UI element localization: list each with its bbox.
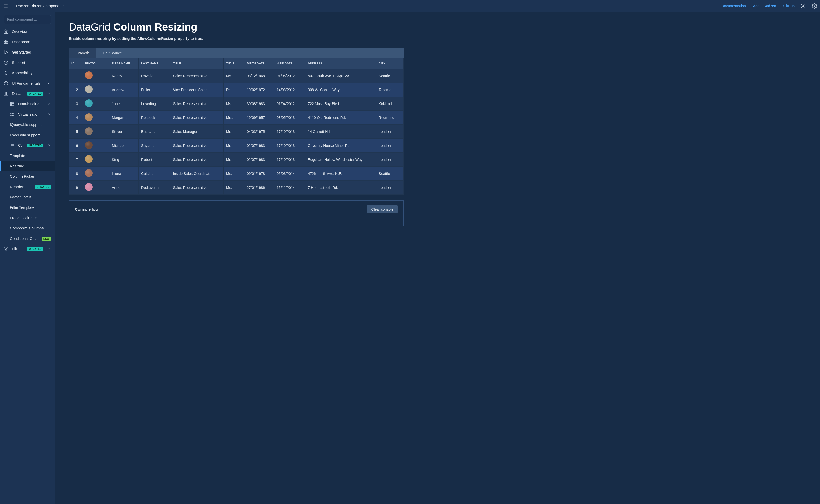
column-header[interactable]: TITLE … — [224, 58, 244, 69]
cell-birth-date: 30/08/1983 — [244, 97, 274, 111]
sidebar: OverviewDashboardGet StartedSupportAcces… — [0, 12, 55, 504]
column-header[interactable]: ID — [69, 58, 82, 69]
table-row[interactable]: 1NancyDavolioSales RepresentativeMs.08/1… — [69, 69, 404, 83]
cell-address: 507 - 20th Ave. E. Apt. 2A — [305, 69, 376, 83]
sidebar-item-resizing[interactable]: Resizing — [0, 161, 55, 171]
sidebar-item-label: Template — [10, 154, 51, 158]
column-header[interactable]: TITLE — [170, 58, 223, 69]
table-row[interactable]: 8LauraCallahanInside Sales CoordinatorMs… — [69, 167, 404, 181]
cell-photo — [82, 97, 109, 111]
sidebar-nav[interactable]: OverviewDashboardGet StartedSupportAcces… — [0, 26, 55, 504]
settings-button[interactable] — [809, 0, 820, 12]
svg-rect-14 — [6, 40, 8, 41]
console-divider — [75, 217, 398, 217]
link-github[interactable]: GitHub — [783, 4, 795, 8]
cell-photo — [82, 69, 109, 83]
cell-title: Sales Representative — [170, 69, 223, 83]
cell-id: 8 — [69, 167, 82, 181]
badge-updated: UPDATED — [35, 185, 51, 189]
sidebar-item-filter-template[interactable]: Filter Template — [0, 202, 55, 213]
sidebar-item-columns[interactable]: ColumnsUPDATED — [0, 140, 55, 151]
cell-title: Vice President, Sales — [170, 83, 223, 97]
search-input[interactable] — [4, 15, 51, 24]
sidebar-item-composite-columns[interactable]: Composite Columns — [0, 223, 55, 233]
cell-city: London — [376, 181, 403, 195]
sidebar-item-iqueryable-support[interactable]: IQueryable support — [0, 120, 55, 130]
cell-title-courtesy: Ms. — [224, 69, 244, 83]
page-subtitle: Enable column resizing by setting the Al… — [69, 36, 404, 41]
table-row[interactable]: 6MichaelSuyamaSales RepresentativeMr.02/… — [69, 139, 404, 153]
tab-example[interactable]: Example — [69, 48, 96, 58]
table-row[interactable]: 4MargaretPeacockSales RepresentativeMrs.… — [69, 111, 404, 125]
sidebar-item-frozen-columns[interactable]: Frozen Columns — [0, 213, 55, 223]
sidebar-item-ui-fundamentals[interactable]: UI Fundamentals — [0, 78, 55, 88]
cell-title: Inside Sales Coordinator — [170, 167, 223, 181]
sidebar-item-dashboard[interactable]: Dashboard — [0, 37, 55, 47]
column-header[interactable]: PHOTO — [82, 58, 109, 69]
chevron-up-icon — [47, 92, 51, 96]
link-about[interactable]: About Radzen — [753, 4, 776, 8]
column-header[interactable]: FIRST NAME — [109, 58, 138, 69]
sidebar-item-data-binding[interactable]: Data-binding — [0, 99, 55, 109]
sidebar-item-datagrid[interactable]: DataGridUPDATED — [0, 88, 55, 99]
cell-city: London — [376, 153, 403, 167]
cell-id: 9 — [69, 181, 82, 195]
sidebar-item-loaddata-support[interactable]: LoadData support — [0, 130, 55, 140]
sidebar-item-accessibility[interactable]: Accessibility — [0, 68, 55, 78]
sidebar-item-overview[interactable]: Overview — [0, 26, 55, 37]
cell-birth-date: 02/07/1983 — [244, 153, 274, 167]
sidebar-item-label: Accessibility — [12, 71, 51, 75]
sidebar-item-template[interactable]: Template — [0, 151, 55, 161]
avatar — [85, 99, 93, 107]
cell-photo — [82, 181, 109, 195]
table-row[interactable]: 9AnneDodsworthSales RepresentativeMs.27/… — [69, 181, 404, 195]
tab-edit-source[interactable]: Edit Source — [96, 48, 128, 58]
cell-title: Sales Representative — [170, 153, 223, 167]
sidebar-item-column-picker[interactable]: Column Picker — [0, 171, 55, 182]
svg-point-20 — [6, 71, 6, 72]
svg-rect-30 — [10, 102, 14, 106]
column-header[interactable]: ADDRESS — [305, 58, 376, 69]
column-header[interactable]: BIRTH DATE — [244, 58, 274, 69]
badge-updated: UPDATED — [27, 144, 43, 147]
table-row[interactable]: 3JanetLeverlingSales RepresentativeMs.30… — [69, 97, 404, 111]
datagrid: IDPHOTOFIRST NAMELAST NAMETITLETITLE …BI… — [69, 58, 404, 195]
sidebar-item-footer-totals[interactable]: Footer Totals — [0, 192, 55, 202]
link-documentation[interactable]: Documentation — [722, 4, 746, 8]
svg-point-24 — [6, 83, 7, 83]
main-content[interactable]: DataGrid Column Resizing Enable column r… — [55, 12, 820, 504]
clear-console-button[interactable]: Clear console — [367, 205, 398, 213]
sidebar-item-support[interactable]: Support — [0, 57, 55, 68]
sidebar-item-label: Conditional Columns — [10, 236, 36, 241]
svg-point-23 — [6, 82, 6, 83]
hamburger-button[interactable] — [0, 0, 11, 12]
theme-toggle-button[interactable] — [797, 0, 809, 12]
brand-title: Radzen Blazor Components — [11, 4, 69, 8]
avatar — [85, 113, 93, 121]
table-row[interactable]: 7KingRobertSales RepresentativeMr.02/07/… — [69, 153, 404, 167]
table-row[interactable]: 5StevenBuchananSales ManagerMr.04/03/197… — [69, 125, 404, 139]
column-header[interactable]: CITY — [376, 58, 403, 69]
svg-line-6 — [801, 4, 802, 5]
sidebar-item-label: Resizing — [10, 164, 51, 168]
sidebar-item-get-started[interactable]: Get Started — [0, 47, 55, 57]
svg-rect-33 — [11, 113, 12, 114]
svg-point-3 — [802, 5, 804, 7]
sidebar-item-virtualization[interactable]: Virtualization — [0, 109, 55, 120]
cell-title: Sales Representative — [170, 111, 223, 125]
sidebar-item-conditional-columns[interactable]: Conditional ColumnsNEW — [0, 233, 55, 244]
table-row[interactable]: 2AndrewFullerVice President, SalesDr.19/… — [69, 83, 404, 97]
cell-city: London — [376, 139, 403, 153]
column-header[interactable]: LAST NAME — [138, 58, 170, 69]
page-title: DataGrid Column Resizing — [69, 21, 404, 33]
sidebar-item-label: UI Fundamentals — [12, 81, 43, 85]
cell-title: Sales Representative — [170, 97, 223, 111]
column-header[interactable]: HIRE DATE — [274, 58, 305, 69]
avatar — [85, 169, 93, 177]
sidebar-item-filtering[interactable]: FilteringUPDATED — [0, 244, 55, 254]
svg-marker-40 — [4, 247, 8, 251]
sidebar-item-reorder[interactable]: ReorderUPDATED — [0, 182, 55, 192]
cell-id: 2 — [69, 83, 82, 97]
cell-first-name: Anne — [109, 181, 138, 195]
datagrid-scroll[interactable]: IDPHOTOFIRST NAMELAST NAMETITLETITLE …BI… — [69, 58, 404, 195]
